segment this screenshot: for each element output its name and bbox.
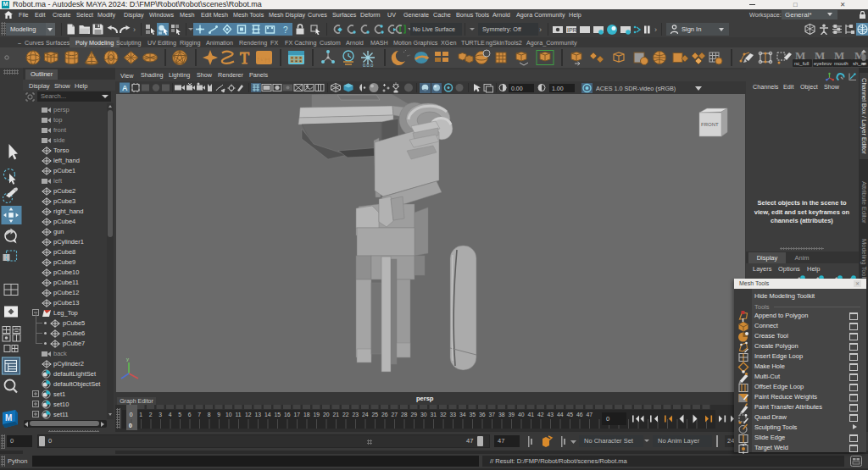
svg-text:26: 26 bbox=[381, 412, 388, 417]
svg-text:8: 8 bbox=[208, 412, 211, 417]
svg-text:41: 41 bbox=[528, 412, 535, 417]
svg-text:21: 21 bbox=[333, 412, 340, 417]
svg-text:19: 19 bbox=[314, 412, 320, 417]
svg-text:1.00: 1.00 bbox=[552, 86, 564, 91]
svg-text:6: 6 bbox=[188, 412, 192, 417]
svg-text:0.0.0: 0.0.0 bbox=[363, 63, 373, 68]
svg-text:31: 31 bbox=[431, 412, 437, 417]
svg-text:47: 47 bbox=[587, 412, 593, 417]
svg-text:23: 23 bbox=[353, 412, 359, 417]
svg-text:13: 13 bbox=[255, 412, 262, 417]
svg-text:11: 11 bbox=[236, 412, 242, 417]
svg-text:35: 35 bbox=[470, 412, 476, 417]
svg-text:44: 44 bbox=[557, 412, 564, 417]
svg-text:30: 30 bbox=[420, 412, 427, 417]
svg-text:15: 15 bbox=[275, 412, 281, 417]
svg-text:24: 24 bbox=[362, 412, 369, 417]
svg-text:y: y bbox=[126, 357, 129, 362]
svg-text:43: 43 bbox=[548, 412, 554, 417]
svg-text:0: 0 bbox=[130, 412, 133, 417]
svg-text:18: 18 bbox=[303, 412, 310, 417]
svg-text:40: 40 bbox=[518, 412, 525, 417]
svg-text:20: 20 bbox=[323, 412, 330, 417]
svg-text:?: ? bbox=[283, 25, 288, 35]
svg-text:29: 29 bbox=[411, 412, 418, 417]
svg-text:22: 22 bbox=[342, 412, 349, 417]
svg-text:IPR: IPR bbox=[567, 27, 577, 33]
svg-text:27: 27 bbox=[392, 412, 398, 417]
svg-text:45: 45 bbox=[567, 412, 574, 417]
svg-text:25: 25 bbox=[372, 412, 379, 417]
svg-text:nc_full: nc_full bbox=[794, 61, 809, 66]
svg-text:M: M bbox=[5, 413, 12, 423]
svg-text:37: 37 bbox=[489, 412, 496, 417]
svg-text:svg: svg bbox=[258, 55, 270, 63]
svg-text:32: 32 bbox=[440, 412, 447, 417]
svg-text:34: 34 bbox=[459, 412, 466, 417]
svg-text:ACES 1.0 SDR-video (sRGB): ACES 1.0 SDR-video (sRGB) bbox=[596, 85, 676, 92]
svg-text:eyebrov: eyebrov bbox=[814, 61, 832, 66]
svg-text:A: A bbox=[122, 84, 128, 92]
svg-text:0.00: 0.00 bbox=[511, 86, 523, 91]
svg-text:3: 3 bbox=[159, 412, 162, 417]
svg-text:14: 14 bbox=[264, 412, 271, 417]
svg-text:39: 39 bbox=[509, 412, 515, 417]
svg-text:FRONT: FRONT bbox=[701, 122, 719, 127]
svg-text:5: 5 bbox=[178, 412, 181, 417]
svg-text:2: 2 bbox=[149, 412, 153, 417]
svg-text:9: 9 bbox=[217, 412, 220, 417]
svg-text:33: 33 bbox=[450, 412, 457, 417]
svg-text:28: 28 bbox=[401, 412, 408, 417]
svg-text:17: 17 bbox=[294, 412, 301, 417]
svg-text:16: 16 bbox=[284, 412, 291, 417]
svg-text:46: 46 bbox=[576, 412, 583, 417]
svg-text:0: 0 bbox=[129, 423, 132, 429]
svg-text:12: 12 bbox=[245, 412, 252, 417]
svg-text:T: T bbox=[240, 50, 249, 67]
svg-text:42: 42 bbox=[537, 412, 544, 417]
svg-text:1: 1 bbox=[139, 412, 142, 417]
svg-text:38: 38 bbox=[498, 412, 505, 417]
svg-text:10: 10 bbox=[225, 412, 232, 417]
svg-text:mouth: mouth bbox=[834, 61, 849, 66]
svg-text:36: 36 bbox=[479, 412, 486, 417]
svg-text:7: 7 bbox=[198, 412, 201, 417]
svg-text:4: 4 bbox=[169, 412, 172, 417]
